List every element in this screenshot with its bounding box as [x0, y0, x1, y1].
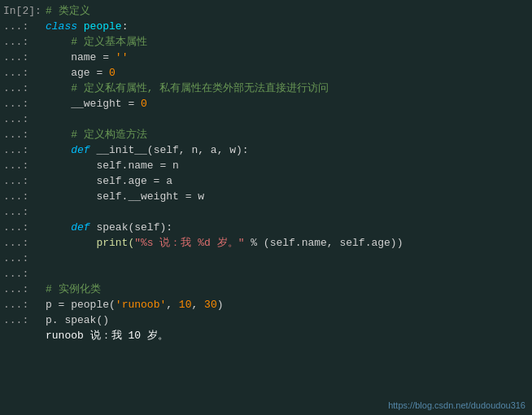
code-token: ) [217, 299, 224, 311]
code-token: '' [116, 51, 129, 63]
line-content: def speak(self): [46, 220, 529, 235]
code-token: self.age = a [46, 175, 172, 187]
code-token: __init__( [96, 144, 153, 156]
line-content: p. speak() [46, 312, 529, 328]
code-line: ...:class people: [0, 19, 532, 34]
code-token: people [84, 20, 122, 33]
line-content: # 定义构造方法 [46, 127, 529, 142]
code-token: 0 [109, 67, 116, 79]
line-content: age = 0 [46, 65, 529, 81]
code-line: ...:# 实例化类 [0, 282, 532, 297]
line-content: runoob 说：我 10 岁。 [46, 328, 529, 343]
code-token: 10 [179, 299, 192, 311]
line-prompt: ...: [3, 65, 46, 81]
code-token: self.name = n [46, 159, 179, 172]
line-prompt: ...: [3, 235, 46, 251]
code-token: def [46, 144, 96, 156]
code-token: ): [159, 221, 172, 234]
code-token: # 定义构造方法 [46, 129, 147, 141]
code-token: age = [46, 67, 109, 79]
line-content: p = people('runoob', 10, 30) [46, 297, 529, 312]
line-content: # 类定义 [46, 3, 529, 19]
line-content: name = '' [46, 50, 529, 65]
line-content: # 定义私有属性, 私有属性在类外部无法直接进行访问 [46, 81, 529, 96]
line-prompt: ...: [3, 312, 46, 328]
code-line: ...:p. speak() [0, 312, 532, 328]
code-token: 0 [141, 98, 147, 110]
code-token: 'runoob' [116, 299, 166, 311]
line-content: def __init__(self, n, a, w): [46, 142, 529, 158]
line-prompt: ...: [3, 34, 46, 50]
line-prompt: ...: [3, 19, 46, 34]
code-token: name = [46, 51, 116, 63]
code-token: # 类定义 [46, 5, 90, 17]
code-token: runoob 说：我 10 岁。 [46, 330, 168, 342]
code-token: # 定义基本属性 [46, 36, 147, 48]
code-line: ...: # 定义基本属性 [0, 34, 532, 50]
code-token: , [166, 299, 179, 311]
code-line: ...: def speak(self): [0, 220, 532, 235]
code-line: ...: print("%s 说：我 %d 岁。" % (self.name, … [0, 235, 532, 251]
line-prompt: ...: [3, 297, 46, 312]
code-token: self [154, 144, 179, 156]
code-token: speak( [96, 221, 134, 234]
code-token: % (self.name, self.age)) [244, 237, 403, 249]
line-prompt: ...: [3, 220, 46, 235]
code-line: ...: name = '' [0, 50, 532, 65]
code-token: # 实例化类 [46, 283, 101, 295]
line-content: self.__weight = w [46, 189, 529, 204]
code-line: ...:p = people('runoob', 10, 30) [0, 297, 532, 312]
line-content: # 实例化类 [46, 282, 529, 297]
code-token: 30 [204, 299, 217, 311]
line-content: # 定义基本属性 [46, 34, 529, 50]
code-token: p. speak() [46, 314, 109, 326]
code-line: ...: [0, 204, 532, 220]
code-line: ...: __weight = 0 [0, 96, 532, 111]
code-line: ...: [0, 251, 532, 266]
code-token: # 定义私有属性, 私有属性在类外部无法直接进行访问 [46, 82, 329, 94]
code-line: ...: # 定义私有属性, 私有属性在类外部无法直接进行访问 [0, 81, 532, 96]
code-token: : [122, 20, 129, 33]
code-token: , [191, 299, 204, 311]
line-content: class people: [46, 19, 529, 34]
code-token: __weight = [46, 98, 141, 110]
line-prompt: ...: [3, 142, 46, 158]
line-prompt: ...: [3, 173, 46, 189]
code-line: ...: self.__weight = w [0, 189, 532, 204]
line-prompt: ...: [3, 81, 46, 96]
code-container: In[2]:# 类定义...:class people:...: # 定义基本属… [0, 0, 532, 415]
watermark: https://blog.csdn.net/dudoudou316 [388, 400, 525, 410]
line-prompt: ...: [3, 127, 46, 142]
code-token: , n, a, w): [179, 144, 249, 156]
code-token: self [134, 221, 159, 234]
code-token: "%s 说：我 %d 岁。" [134, 237, 244, 249]
code-token: def [46, 221, 96, 234]
line-prompt: ...: [3, 158, 46, 173]
code-line: ...: self.name = n [0, 158, 532, 173]
line-prompt: ...: [3, 282, 46, 297]
code-line: ...: # 定义构造方法 [0, 127, 532, 142]
line-prompt: ...: [3, 266, 46, 282]
line-prompt: ...: [3, 251, 46, 266]
code-line: ...: age = 0 [0, 65, 532, 81]
line-content: __weight = 0 [46, 96, 529, 111]
line-prompt: ...: [3, 204, 46, 220]
line-prompt: ...: [3, 50, 46, 65]
code-line: ...: def __init__(self, n, a, w): [0, 142, 532, 158]
code-line: ...: [0, 111, 532, 127]
code-line: In[2]:# 类定义 [0, 3, 532, 19]
line-prompt: In[2]: [3, 3, 46, 19]
line-content: self.name = n [46, 158, 529, 173]
code-line: runoob 说：我 10 岁。 [0, 328, 532, 343]
line-content: self.age = a [46, 173, 529, 189]
code-token: print( [46, 237, 134, 249]
line-prompt: ...: [3, 96, 46, 111]
code-line: ...: self.age = a [0, 173, 532, 189]
code-line: ...: [0, 266, 532, 282]
code-token: p = people( [46, 299, 116, 311]
code-token: self.__weight = w [46, 190, 204, 203]
line-prompt: ...: [3, 189, 46, 204]
line-content: print("%s 说：我 %d 岁。" % (self.name, self.… [46, 235, 529, 251]
line-prompt: ...: [3, 111, 46, 127]
code-token: class [46, 20, 84, 33]
